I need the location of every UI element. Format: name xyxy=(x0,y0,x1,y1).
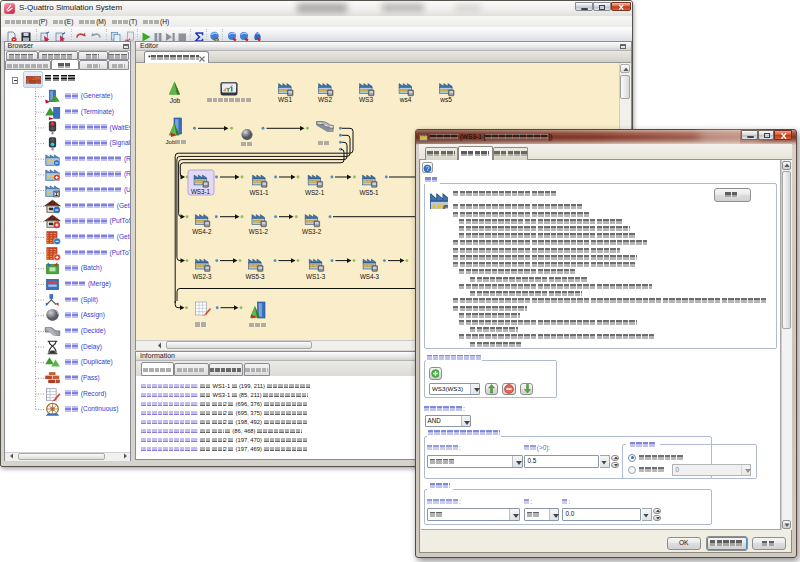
svg-text:?: ? xyxy=(426,164,430,171)
